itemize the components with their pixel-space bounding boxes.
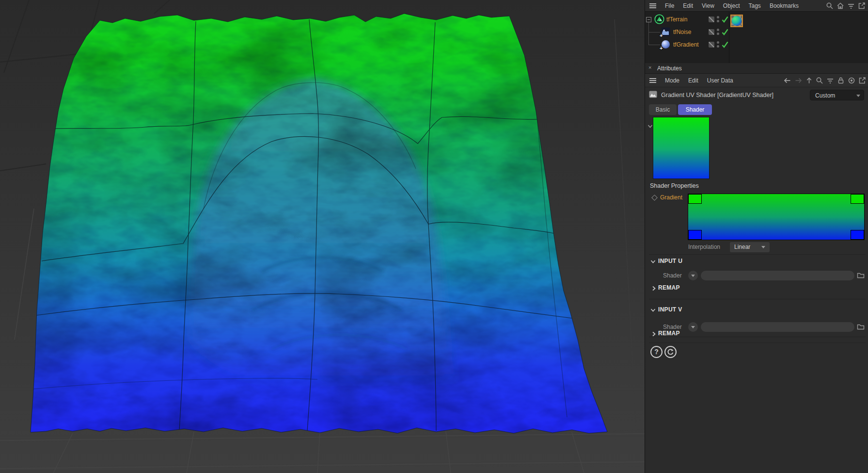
enabled-check-icon[interactable]: [722, 29, 728, 35]
viewport-canvas[interactable]: [0, 0, 645, 473]
section-divider: [649, 254, 866, 255]
shader-title: Gradient UV Shader [GradientUV Shader]: [661, 92, 773, 98]
visibility-dots[interactable]: [717, 29, 720, 36]
gradient-knot-bottom-right[interactable]: [851, 230, 864, 240]
gradient-label: Gradient: [660, 194, 682, 201]
chevron-down-icon: [691, 326, 695, 328]
menu-tags[interactable]: Tags: [749, 2, 761, 9]
preset-value: Custom: [815, 92, 835, 99]
object-tree: tfTerrain: [645, 12, 868, 63]
chevron-down-icon[interactable]: [650, 260, 656, 264]
search-icon[interactable]: [826, 2, 834, 10]
section-divider: [649, 299, 866, 299]
texture-sphere: [732, 16, 742, 26]
object-manager-menubar: File Edit View Object Tags Bookmarks: [645, 0, 868, 12]
shader-preview[interactable]: [653, 117, 709, 179]
visibility-dots[interactable]: [717, 41, 720, 49]
plus-badge: +: [660, 33, 663, 38]
collapse-chevron-icon[interactable]: [647, 124, 653, 129]
folder-icon[interactable]: [857, 323, 865, 330]
back-icon[interactable]: [783, 77, 791, 84]
gradient-editor[interactable]: [688, 194, 864, 240]
shader-dropdown-button[interactable]: [688, 322, 698, 332]
menu-bookmarks[interactable]: Bookmarks: [770, 2, 799, 9]
section-divider: [649, 337, 866, 337]
filter-icon[interactable]: [826, 77, 834, 84]
folder-icon[interactable]: [857, 272, 865, 279]
enabled-check-icon[interactable]: [722, 16, 728, 23]
terrain-noise-fine: [27, 12, 613, 437]
attributes-header: × Attributes: [645, 63, 868, 74]
layer-edit-icon[interactable]: [709, 42, 714, 48]
preset-dropdown[interactable]: Custom: [810, 90, 864, 100]
section-input-v[interactable]: INPUT V: [658, 306, 682, 313]
attributes-body: Gradient UV Shader [GradientUV Shader] C…: [645, 87, 868, 473]
filter-icon[interactable]: [847, 2, 855, 10]
menu-file[interactable]: File: [665, 2, 674, 9]
section-remap-v[interactable]: REMAP: [658, 330, 680, 337]
panel-menu-icon[interactable]: [649, 3, 656, 9]
shader-dropdown-button[interactable]: [688, 271, 698, 280]
menu-edit[interactable]: Edit: [683, 2, 693, 9]
shader-row-label: Shader: [663, 272, 682, 279]
shader-preview-icon: [649, 91, 657, 98]
visibility-dots[interactable]: [717, 16, 720, 24]
layer-edit-icon[interactable]: [709, 16, 714, 22]
reset-icon[interactable]: [664, 346, 677, 358]
shader-link-field-u[interactable]: [701, 271, 854, 280]
menu-object[interactable]: Object: [723, 2, 740, 9]
object-name[interactable]: tfTerrain: [666, 16, 687, 23]
menu-mode[interactable]: Mode: [665, 77, 679, 84]
layer-edit-icon[interactable]: [709, 29, 714, 35]
help-icon[interactable]: ?: [650, 346, 663, 358]
home-icon[interactable]: [836, 2, 844, 10]
gradient-knot-top-left[interactable]: [688, 194, 702, 204]
panel-menu-icon[interactable]: [649, 78, 656, 83]
section-input-u[interactable]: INPUT U: [658, 258, 682, 264]
shader-row-label: Shader: [663, 324, 682, 330]
panel-title: Attributes: [657, 65, 682, 72]
tree-collapse-toggle[interactable]: [646, 17, 651, 22]
object-row-tfterrain[interactable]: tfTerrain: [645, 13, 868, 26]
right-panel-column: File Edit View Object Tags Bookmarks: [645, 0, 868, 473]
chevron-down-icon: [856, 95, 860, 97]
gradient-knot-bottom-left[interactable]: [688, 230, 702, 240]
lock-icon[interactable]: [837, 77, 845, 84]
interpolation-label: Interpolation: [688, 244, 720, 250]
shader-properties-heading: Shader Properties: [650, 182, 699, 189]
tab-shader[interactable]: Shader: [678, 104, 712, 115]
up-icon[interactable]: [805, 77, 813, 84]
plus-badge: +: [660, 45, 663, 51]
chevron-right-icon[interactable]: [652, 331, 656, 337]
close-icon[interactable]: ×: [648, 65, 651, 70]
gradient-shader-icon: +: [661, 40, 670, 49]
parameter-diamond-icon[interactable]: [651, 195, 658, 201]
enabled-check-icon[interactable]: [722, 41, 728, 48]
popout-icon[interactable]: [858, 2, 866, 10]
object-row-tfnoise[interactable]: + tfNoise: [645, 26, 868, 38]
object-name[interactable]: tfGradient: [673, 41, 699, 48]
landscape-object-icon: [654, 14, 664, 24]
object-row-tfgradient[interactable]: + tfGradient: [645, 38, 868, 51]
shader-link-field-v[interactable]: [701, 322, 854, 332]
gradient-knot-top-right[interactable]: [851, 194, 864, 204]
interpolation-dropdown[interactable]: Linear: [730, 242, 770, 252]
target-icon[interactable]: [848, 77, 855, 84]
section-divider: [649, 343, 866, 343]
menu-edit[interactable]: Edit: [688, 77, 698, 84]
object-name[interactable]: tfNoise: [673, 29, 691, 35]
3d-viewport[interactable]: [0, 0, 645, 473]
application-window: File Edit View Object Tags Bookmarks: [0, 0, 868, 473]
tab-basic[interactable]: Basic: [649, 104, 677, 115]
forward-icon[interactable]: [794, 77, 803, 84]
chevron-right-icon[interactable]: [652, 286, 656, 291]
chevron-down-icon: [761, 246, 765, 248]
menu-user-data[interactable]: User Data: [707, 77, 733, 84]
section-remap-u[interactable]: REMAP: [658, 284, 680, 291]
noise-shader-icon: +: [661, 27, 670, 36]
menu-view[interactable]: View: [702, 2, 714, 9]
chevron-down-icon[interactable]: [650, 308, 656, 312]
object-manager: File Edit View Object Tags Bookmarks: [645, 0, 868, 63]
popout-icon[interactable]: [858, 77, 866, 84]
search-icon[interactable]: [816, 77, 823, 84]
